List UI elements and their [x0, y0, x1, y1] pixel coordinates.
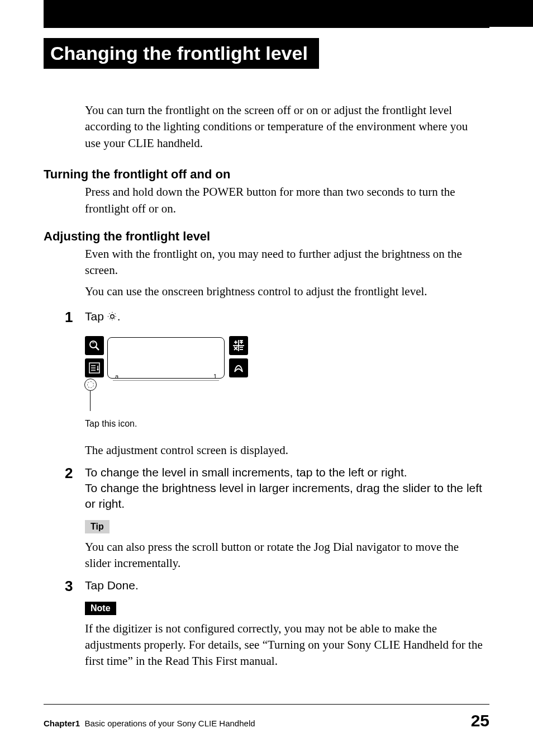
- step1-prefix: Tap: [85, 310, 107, 323]
- brightness-wheel-icon: [84, 379, 97, 391]
- tip-body: You can also press the scroll button or …: [85, 539, 484, 572]
- writing-area-frame: [107, 337, 225, 379]
- step-number: 3: [65, 578, 85, 595]
- section2-p1: Even with the frontlight on, you may nee…: [85, 246, 484, 279]
- find-icon: [85, 336, 104, 355]
- illustration: a 1 Tap this icon.: [85, 336, 484, 426]
- footer-chapter-title: Basic operations of your Sony CLIE Handh…: [84, 719, 255, 728]
- footer-chapter-label: Chapter1: [44, 719, 80, 728]
- section1-body: Press and hold down the POWER button for…: [85, 184, 484, 217]
- step-number: 1: [65, 309, 85, 326]
- callout-line: [90, 391, 91, 411]
- svg-line-10: [96, 347, 99, 350]
- page-content: Changing the frontlight level You can tu…: [44, 27, 489, 756]
- graffiti-number-1: 1: [213, 373, 217, 380]
- writing-area-baseline: a 1: [113, 373, 219, 381]
- section1-heading: Turning the frontlight off and on: [44, 167, 484, 182]
- step-1-text: Tap .: [85, 309, 484, 325]
- page-title-bar: Changing the frontlight level: [44, 38, 319, 69]
- graffiti-letter-a: a: [115, 373, 118, 380]
- svg-line-7: [115, 314, 116, 315]
- svg-line-6: [115, 319, 116, 320]
- step-2: 2 To change the level in small increment…: [65, 465, 484, 512]
- menu-icon: [85, 358, 104, 377]
- body-area: You can turn the frontlight on the scree…: [44, 102, 489, 670]
- step-3-text: Tap Done.: [85, 578, 484, 593]
- step-2-text: To change the level in small increments,…: [85, 465, 484, 512]
- tap-this-icon-caption: Tap this icon.: [85, 419, 137, 429]
- footer-chapter: Chapter1 Basic operations of your Sony C…: [44, 719, 255, 728]
- header-black-bar: [44, 0, 533, 27]
- section2-p2: You can use the onscreen brightness cont…: [85, 284, 484, 300]
- step-number: 2: [65, 465, 85, 482]
- svg-line-5: [109, 314, 110, 315]
- page-number: 25: [471, 711, 489, 730]
- svg-point-0: [111, 315, 114, 318]
- page-title: Changing the frontlight level: [50, 42, 308, 64]
- svg-line-8: [109, 319, 110, 320]
- note-badge: Note: [85, 602, 116, 615]
- step-1: 1 Tap .: [65, 309, 484, 326]
- intro-paragraph: You can turn the frontlight on the scree…: [85, 102, 484, 152]
- page-footer: Chapter1 Basic operations of your Sony C…: [44, 704, 489, 730]
- brightness-icon: [107, 310, 117, 325]
- section2-heading: Adjusting the frontlight level: [44, 229, 484, 244]
- note-body: If the digitizer is not configured corre…: [85, 621, 484, 670]
- after-illustration: The adjustment control screen is display…: [85, 442, 484, 459]
- tip-badge: Tip: [85, 520, 110, 533]
- step1-suffix: .: [117, 310, 121, 323]
- graffiti-icon: [229, 358, 248, 377]
- step-3: 3 Tap Done.: [65, 578, 484, 595]
- calculator-icon: [229, 336, 248, 355]
